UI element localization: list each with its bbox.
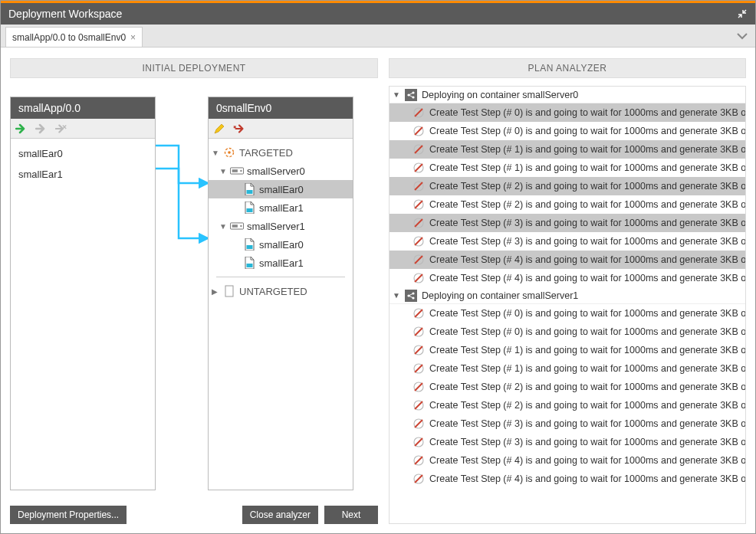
plan-step[interactable]: Create Test Step (# 3) is and going to w… — [390, 232, 745, 251]
skip-step-icon — [413, 344, 425, 356]
plan-step[interactable]: Create Test Step (# 2) is and going to w… — [390, 177, 745, 195]
title-bar: Deployment Workspace — [1, 3, 755, 25]
plan-step[interactable]: Create Test Step (# 3) is and going to w… — [390, 433, 745, 451]
plan-step[interactable]: Create Test Step (# 2) is and going to w… — [390, 396, 745, 414]
source-item[interactable]: smallEar0 — [11, 143, 155, 164]
artifact-node[interactable]: smallEar0 — [209, 235, 353, 254]
plan-step[interactable]: Create Test Step (# 1) is and going to w… — [390, 359, 745, 378]
plan-step[interactable]: Create Test Step (# 0) is and going to w… — [390, 103, 745, 122]
svg-rect-6 — [247, 208, 253, 212]
artifact-node[interactable]: smallEar0 — [209, 180, 353, 198]
svg-line-25 — [415, 182, 422, 190]
plan-step[interactable]: Create Test Step (# 0) is and going to w… — [390, 323, 745, 341]
remove-arrow-icon[interactable] — [233, 123, 245, 135]
plan-step[interactable]: Create Test Step (# 0) is and going to w… — [390, 122, 745, 140]
plan-step[interactable]: Create Test Step (# 2) is and going to w… — [390, 378, 745, 396]
svg-point-14 — [412, 91, 414, 93]
plan-step-text: Create Test Step (# 3) is and going to w… — [429, 437, 745, 447]
edit-icon[interactable] — [213, 123, 225, 135]
plan-step[interactable]: Create Test Step (# 1) is and going to w… — [390, 140, 745, 159]
skip-step-icon — [413, 307, 425, 319]
close-analyzer-button[interactable]: Close analyzer — [242, 506, 318, 524]
chevron-down-icon[interactable]: ▼ — [393, 90, 400, 99]
plan-step[interactable]: Create Test Step (# 1) is and going to w… — [390, 341, 745, 359]
plan-group-header[interactable]: ▼Deploying on container smallServer1 — [390, 287, 745, 304]
collapse-icon[interactable] — [737, 8, 748, 19]
tabs-dropdown-icon[interactable] — [735, 29, 749, 43]
tab-close-icon[interactable]: × — [130, 32, 136, 43]
svg-rect-3 — [232, 169, 238, 172]
skip-step-icon — [413, 381, 425, 393]
container-icon — [405, 290, 417, 302]
skip-step-icon — [413, 254, 425, 266]
plan-step-text: Create Test Step (# 0) is and going to w… — [429, 126, 745, 136]
tree-separator — [216, 277, 345, 277]
svg-rect-12 — [225, 286, 233, 296]
skip-step-icon — [413, 399, 425, 411]
chevron-right-icon[interactable]: ▶ — [212, 287, 219, 296]
deployment-properties-button[interactable]: Deployment Properties... — [10, 506, 127, 524]
server-icon — [230, 219, 244, 233]
chevron-down-icon[interactable]: ▼ — [219, 222, 227, 231]
skip-step-icon — [413, 125, 425, 137]
plan-step-text: Create Test Step (# 1) is and going to w… — [429, 144, 745, 155]
svg-line-56 — [415, 457, 422, 464]
plan-group-header[interactable]: ▼Deploying on container smallServer0 — [390, 87, 745, 103]
svg-line-21 — [415, 146, 422, 153]
svg-line-35 — [415, 274, 422, 282]
artifact-label: smallEar1 — [259, 257, 304, 269]
svg-rect-11 — [247, 264, 253, 267]
plan-analyzer-body: ▼Deploying on container smallServer0Crea… — [389, 86, 746, 524]
source-item[interactable]: smallEar1 — [11, 164, 155, 185]
plan-step[interactable]: Create Test Step (# 3) is and going to w… — [390, 214, 745, 232]
plan-step-text: Create Test Step (# 3) is and going to w… — [429, 236, 745, 247]
chevron-down-icon[interactable]: ▼ — [393, 291, 400, 300]
svg-point-4 — [240, 170, 242, 172]
skip-step-icon — [413, 436, 425, 448]
svg-line-23 — [415, 164, 422, 172]
deploy-arrow-icon[interactable] — [15, 123, 28, 135]
plan-step-text: Create Test Step (# 2) is and going to w… — [429, 199, 745, 210]
plan-step[interactable]: Create Test Step (# 4) is and going to w… — [390, 269, 745, 287]
svg-line-44 — [415, 346, 422, 354]
server-node[interactable]: ▼smallServer0 — [209, 162, 353, 180]
chevron-down-icon[interactable]: ▼ — [219, 167, 227, 175]
svg-point-1 — [228, 151, 231, 154]
plan-step[interactable]: Create Test Step (# 1) is and going to w… — [390, 159, 745, 177]
plan-step[interactable]: Create Test Step (# 3) is and going to w… — [390, 414, 745, 433]
server-node[interactable]: ▼smallServer1 — [209, 217, 353, 235]
svg-line-50 — [415, 401, 422, 409]
untargeted-section[interactable]: ▶UNTARGETED — [209, 282, 353, 300]
initial-deployment-header: INITIAL DEPLOYMENT — [10, 58, 378, 78]
skip-step-icon — [413, 473, 425, 485]
svg-point-15 — [412, 96, 414, 98]
plan-step-text: Create Test Step (# 4) is and going to w… — [429, 273, 745, 283]
untargeted-label: UNTARGETED — [239, 286, 307, 297]
workspace-tab[interactable]: smallApp/0.0 to 0smallEnv0 × — [5, 27, 143, 47]
svg-line-33 — [415, 256, 422, 264]
targeted-section[interactable]: ▼TARGETED — [209, 143, 353, 162]
plan-step-text: Create Test Step (# 1) is and going to w… — [429, 345, 745, 355]
plan-group-title: Deploying on container smallServer1 — [422, 290, 578, 301]
skip-step-icon — [413, 272, 425, 284]
container-icon — [405, 89, 417, 101]
svg-line-29 — [415, 219, 422, 227]
artifact-node[interactable]: smallEar1 — [209, 254, 353, 272]
plan-step[interactable]: Create Test Step (# 4) is and going to w… — [390, 451, 745, 470]
next-button[interactable]: Next — [324, 506, 378, 524]
plan-step-text: Create Test Step (# 4) is and going to w… — [429, 455, 745, 466]
skip-step-icon — [413, 106, 425, 119]
chevron-down-icon[interactable]: ▼ — [212, 149, 219, 157]
svg-line-52 — [415, 420, 422, 428]
plan-step-text: Create Test Step (# 3) is and going to w… — [429, 418, 745, 429]
artifact-node[interactable]: smallEar1 — [209, 198, 353, 217]
plan-step[interactable]: Create Test Step (# 4) is and going to w… — [390, 470, 745, 488]
deployment-area: smallApp/0.0 smallEar0smallEar1 — [10, 97, 378, 500]
plan-step[interactable]: Create Test Step (# 0) is and going to w… — [390, 304, 745, 323]
plan-step-text: Create Test Step (# 1) is and going to w… — [429, 162, 745, 173]
plan-step[interactable]: Create Test Step (# 2) is and going to w… — [390, 195, 745, 214]
arrow-cross-disabled-icon — [55, 123, 67, 135]
source-card-title: smallApp/0.0 — [11, 97, 155, 119]
plan-step[interactable]: Create Test Step (# 4) is and going to w… — [390, 251, 745, 269]
plan-step-text: Create Test Step (# 3) is and going to w… — [429, 218, 745, 228]
